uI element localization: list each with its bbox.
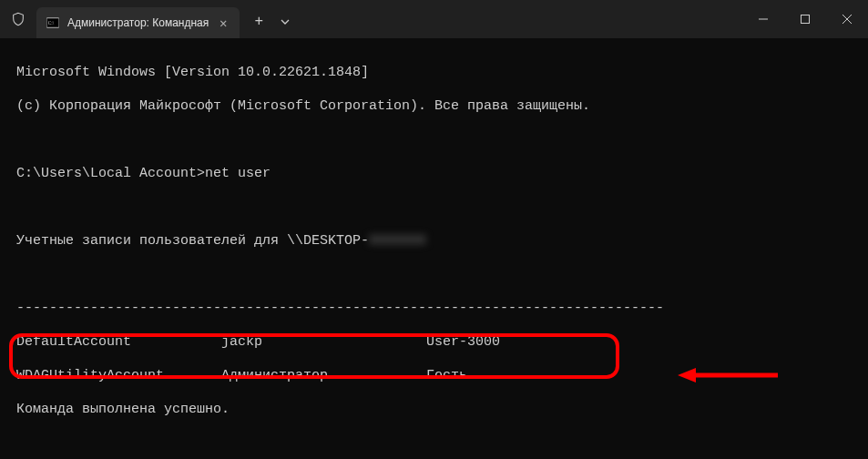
output-line: Команда выполнена успешно. — [16, 402, 852, 419]
svg-text:C:\: C:\ — [48, 20, 55, 26]
output-line: Учетные записи пользователей для \\DESKT… — [16, 233, 852, 250]
prompt-line: C:\Users\Local Account>net user — [16, 166, 852, 183]
cell: jackp — [221, 334, 426, 352]
output-line: Microsoft Windows [Version 10.0.22621.18… — [16, 65, 852, 82]
maximize-button[interactable] — [784, 0, 826, 38]
terminal-body[interactable]: Microsoft Windows [Version 10.0.22621.18… — [0, 38, 868, 459]
cmd-icon: C:\ — [46, 15, 60, 30]
output-row: DefaultAccountjackpUser-3000 — [16, 334, 852, 352]
output-line — [16, 267, 852, 284]
minimize-button[interactable] — [742, 0, 784, 38]
output-line — [16, 435, 852, 453]
separator-line: ----------------------------------------… — [16, 301, 852, 318]
svg-rect-3 — [802, 15, 810, 24]
output-row: WDAGUtilityAccountАдминистраторГость — [16, 368, 852, 385]
shield-icon — [0, 0, 36, 38]
tab-title: Администратор: Командная — [67, 16, 209, 29]
titlebar: C:\ Администратор: Командная ✕ + — [0, 0, 868, 38]
new-tab-button[interactable]: + — [245, 8, 272, 36]
titlebar-left: C:\ Администратор: Командная ✕ + — [0, 0, 298, 38]
cell: Гость — [426, 368, 467, 383]
window-controls — [742, 0, 868, 38]
output-line: (c) Корпорация Майкрософт (Microsoft Cor… — [16, 98, 852, 116]
cell: DefaultAccount — [16, 334, 221, 352]
output-line — [16, 132, 852, 149]
close-button[interactable] — [826, 0, 868, 38]
tab-dropdown-button[interactable] — [272, 8, 298, 36]
tab-active[interactable]: C:\ Администратор: Командная ✕ — [36, 7, 240, 38]
cell: WDAGUtilityAccount — [16, 368, 221, 385]
output-line — [16, 199, 852, 217]
tab-close-button[interactable]: ✕ — [216, 15, 230, 30]
cell: Администратор — [221, 368, 426, 385]
terminal-window: C:\ Администратор: Командная ✕ + Micr — [0, 0, 868, 459]
cell: User-3000 — [426, 334, 500, 350]
